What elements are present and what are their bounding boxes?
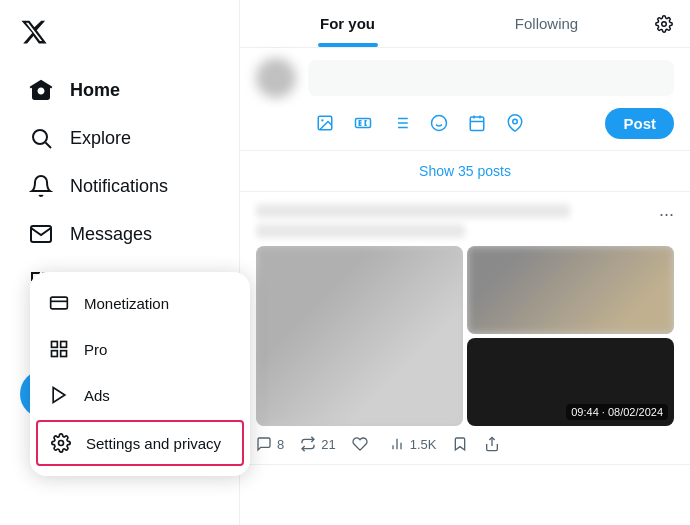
image-bottom-right: 09:44 · 08/02/2024 bbox=[467, 338, 674, 426]
tweet-more-button[interactable]: ··· bbox=[659, 204, 674, 225]
bookmark-stat[interactable] bbox=[452, 436, 468, 452]
compose-poll-button[interactable] bbox=[384, 106, 418, 140]
svg-point-14 bbox=[662, 21, 667, 26]
user-avatar bbox=[256, 58, 296, 98]
sidebar-item-explore[interactable]: Explore bbox=[8, 115, 231, 161]
settings-icon bbox=[50, 432, 72, 454]
compose-input[interactable] bbox=[308, 60, 674, 96]
svg-rect-6 bbox=[51, 297, 68, 309]
retweet-count: 21 bbox=[321, 437, 335, 452]
dropdown-item-settings[interactable]: Settings and privacy bbox=[36, 420, 244, 466]
compose-schedule-button[interactable] bbox=[460, 106, 494, 140]
feed-settings-button[interactable] bbox=[646, 6, 682, 42]
svg-line-1 bbox=[46, 143, 52, 149]
notifications-icon bbox=[28, 173, 54, 199]
tweet-text-line1 bbox=[256, 204, 570, 218]
like-stat[interactable] bbox=[352, 436, 373, 452]
dropdown-item-ads[interactable]: Ads bbox=[30, 372, 250, 418]
tab-for-you-label: For you bbox=[320, 15, 375, 32]
reply-stat[interactable]: 8 bbox=[256, 436, 284, 452]
svg-point-16 bbox=[321, 119, 323, 121]
tab-for-you[interactable]: For you bbox=[248, 0, 447, 47]
svg-marker-12 bbox=[53, 388, 65, 403]
svg-rect-9 bbox=[61, 342, 67, 348]
sidebar-item-messages[interactable]: Messages bbox=[8, 211, 231, 257]
messages-icon bbox=[28, 221, 54, 247]
svg-point-0 bbox=[33, 130, 47, 144]
show-posts-label: Show 35 posts bbox=[419, 163, 511, 179]
explore-icon bbox=[28, 125, 54, 151]
svg-rect-11 bbox=[61, 351, 67, 357]
compose-area: Post bbox=[240, 48, 690, 151]
tweet-area: ··· 09:44 · 08/02/2024 8 21 bbox=[240, 192, 690, 465]
compose-image-button[interactable] bbox=[308, 106, 342, 140]
image-top-right bbox=[467, 246, 674, 334]
compose-location-button[interactable] bbox=[498, 106, 532, 140]
sidebar-item-home[interactable]: Home bbox=[8, 67, 231, 113]
views-count: 1.5K bbox=[410, 437, 437, 452]
reply-count: 8 bbox=[277, 437, 284, 452]
dropdown-item-pro[interactable]: Pro bbox=[30, 326, 250, 372]
compose-actions-row: Post bbox=[256, 106, 674, 140]
tweet-stats: 8 21 1.5K bbox=[256, 436, 674, 452]
tweet-text-line2 bbox=[256, 224, 465, 238]
dropdown-menu: Monetization Pro Ads Settings and privac… bbox=[30, 272, 250, 476]
images-grid: 09:44 · 08/02/2024 bbox=[256, 246, 674, 426]
dropdown-ads-label: Ads bbox=[84, 387, 110, 404]
dropdown-monetization-label: Monetization bbox=[84, 295, 169, 312]
svg-rect-27 bbox=[470, 117, 484, 131]
compose-emoji-button[interactable] bbox=[422, 106, 456, 140]
sidebar-item-home-label: Home bbox=[70, 80, 120, 101]
ads-icon bbox=[48, 384, 70, 406]
compose-avatar-row bbox=[256, 58, 674, 98]
twitter-logo bbox=[0, 8, 239, 66]
svg-point-31 bbox=[513, 119, 518, 124]
monetization-icon bbox=[48, 292, 70, 314]
image-left bbox=[256, 246, 463, 426]
show-posts-bar[interactable]: Show 35 posts bbox=[240, 151, 690, 192]
dropdown-item-monetization[interactable]: Monetization bbox=[30, 280, 250, 326]
svg-point-13 bbox=[59, 441, 64, 446]
sidebar-item-notifications[interactable]: Notifications bbox=[8, 163, 231, 209]
retweet-stat[interactable]: 21 bbox=[300, 436, 335, 452]
sidebar-item-explore-label: Explore bbox=[70, 128, 131, 149]
svg-rect-10 bbox=[52, 351, 58, 357]
sidebar: Home Explore Notifications Messages List… bbox=[0, 0, 240, 525]
svg-point-24 bbox=[432, 116, 447, 131]
tab-following[interactable]: Following bbox=[447, 0, 646, 47]
share-stat[interactable] bbox=[484, 436, 500, 452]
image-timestamp: 09:44 · 08/02/2024 bbox=[566, 404, 668, 420]
dropdown-settings-label: Settings and privacy bbox=[86, 435, 221, 452]
tabs-header: For you Following bbox=[240, 0, 690, 48]
pro-icon bbox=[48, 338, 70, 360]
svg-rect-8 bbox=[52, 342, 58, 348]
sidebar-item-messages-label: Messages bbox=[70, 224, 152, 245]
main-content: For you Following bbox=[240, 0, 690, 525]
views-stat[interactable]: 1.5K bbox=[389, 436, 437, 452]
tab-following-label: Following bbox=[515, 15, 578, 32]
home-icon bbox=[28, 77, 54, 103]
svg-rect-17 bbox=[356, 119, 371, 128]
compose-gif-button[interactable] bbox=[346, 106, 380, 140]
sidebar-item-notifications-label: Notifications bbox=[70, 176, 168, 197]
dropdown-pro-label: Pro bbox=[84, 341, 107, 358]
compose-post-button[interactable]: Post bbox=[605, 108, 674, 139]
